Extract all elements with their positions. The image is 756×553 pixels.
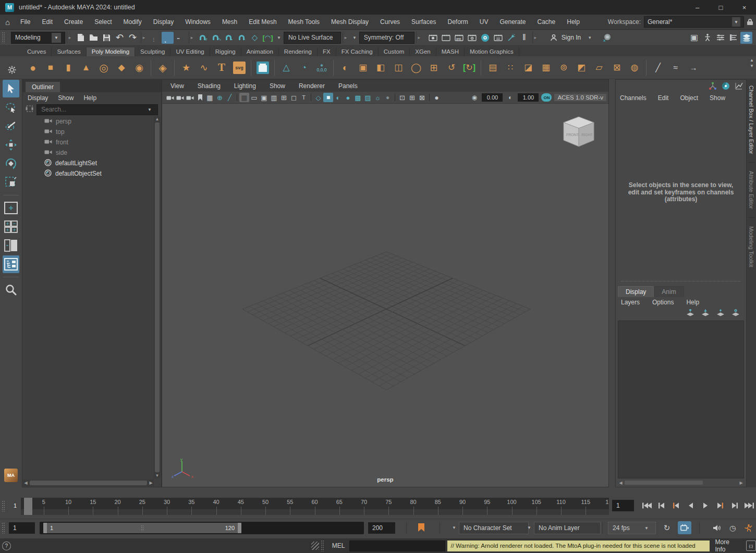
outliner-search-field[interactable]: ▼ <box>36 104 158 115</box>
boolean-union-button[interactable]: ◐ <box>337 59 353 76</box>
scroll-left-icon[interactable]: ◀ <box>23 481 29 485</box>
chevron-down-icon[interactable]: ▼ <box>274 35 284 40</box>
humanik-toggle[interactable] <box>701 32 713 44</box>
bookmark-icon[interactable] <box>195 93 205 102</box>
section-divider[interactable] <box>699 522 705 534</box>
safe-title-icon[interactable]: T <box>299 93 309 102</box>
layout-two-pane[interactable] <box>3 237 19 254</box>
select-object-icon[interactable]: ◔ <box>162 32 174 44</box>
scroll-down-icon[interactable]: ▼ <box>154 473 160 478</box>
spin-edge-forward-button[interactable]: [↻] <box>461 59 477 76</box>
go-to-start-button[interactable] <box>640 498 654 513</box>
outliner-hscrollbar[interactable]: ◀ ▶ <box>23 480 154 486</box>
hypershade-icon[interactable] <box>479 32 491 44</box>
more-info-button[interactable]: More Info <box>715 538 740 553</box>
section-divider[interactable]: ▸ <box>189 32 194 43</box>
render-frame-icon[interactable] <box>440 32 452 44</box>
combine-meshes-button[interactable]: ▣ <box>355 59 371 76</box>
attribute-editor-toggle[interactable] <box>714 32 726 44</box>
time-sync-icon[interactable]: ◷ <box>726 521 739 534</box>
menu-select[interactable]: Select <box>89 18 117 26</box>
subdivide-mesh-button[interactable]: ⊞ <box>426 59 442 76</box>
move-tool[interactable] <box>3 136 19 154</box>
default-material-icon[interactable]: ● <box>343 93 353 102</box>
isolate-remove-icon[interactable]: ⊠ <box>417 93 427 102</box>
circularize-vertices-button[interactable]: ⊚ <box>556 59 571 76</box>
shelf-tab-animation[interactable]: Animation <box>241 47 279 56</box>
render-view-icon[interactable] <box>427 32 439 44</box>
outliner-item-top[interactable]: top <box>22 127 154 137</box>
uv-project-button[interactable]: ⊠ <box>609 59 625 76</box>
multi-component-button[interactable]: ∷ <box>503 59 518 76</box>
sidebar-tab-channel-box-layer-editor[interactable]: Channel Box / Layer Editor <box>748 79 754 160</box>
snap-curve-icon[interactable]: ∿ <box>210 32 222 44</box>
range-center-grip[interactable] <box>141 525 144 531</box>
layer-add-empty-icon[interactable] <box>731 309 741 319</box>
resolution-gate-icon[interactable]: ▣ <box>259 93 269 102</box>
add-divisions-button[interactable]: ▦ <box>538 59 554 76</box>
render-settings-icon[interactable] <box>466 32 478 44</box>
chevron-down-icon[interactable]: ▼ <box>350 35 359 40</box>
menu-mesh-tools[interactable]: Mesh Tools <box>283 18 325 26</box>
menu-mesh[interactable]: Mesh <box>216 18 243 26</box>
exposure-field[interactable]: 0.00 <box>482 93 503 102</box>
layer-menu-options[interactable]: Options <box>652 299 674 306</box>
menu-set-select[interactable]: Modeling ▼ <box>11 32 65 44</box>
film-gate-icon[interactable]: ▭ <box>249 93 259 102</box>
range-start-handle[interactable] <box>43 523 47 533</box>
range-slider-bar[interactable]: 1 120 <box>43 523 241 533</box>
chevron-up-icon[interactable]: ▲ <box>750 58 754 63</box>
field-chart-icon[interactable]: ⊞ <box>279 93 289 102</box>
playhead[interactable] <box>24 498 32 515</box>
ipr-render-icon[interactable]: IPR <box>453 32 465 44</box>
mirror-geometry-button[interactable]: ◫ <box>391 59 406 76</box>
wireframe-icon[interactable]: ◇ <box>313 93 323 102</box>
anim-start-field[interactable]: 1 <box>9 522 35 534</box>
menu-cache[interactable]: Cache <box>532 18 562 26</box>
select-hierarchy-icon[interactable]: ⋮ <box>149 32 161 44</box>
panel-menu-renderer[interactable]: Renderer <box>299 82 325 90</box>
wire-on-shaded-icon[interactable]: ▩ <box>353 93 363 102</box>
poly-helix-button[interactable]: ∿ <box>196 59 212 76</box>
triangulate-faces-button[interactable]: ◩ <box>574 59 589 76</box>
shadows-icon[interactable]: ● <box>383 93 393 102</box>
construction-aim-button[interactable]: △ <box>278 59 294 76</box>
lock-camera-icon[interactable] <box>175 93 185 102</box>
menu-curves[interactable]: Curves <box>374 18 406 26</box>
drag-grip[interactable] <box>2 500 5 512</box>
drag-grip[interactable] <box>2 32 5 43</box>
scrollbar-thumb[interactable] <box>30 481 147 485</box>
snap-point-icon[interactable]: • <box>223 32 235 44</box>
snap-view-plane-icon[interactable]: ◇ <box>249 32 261 44</box>
section-divider[interactable]: ▸ <box>343 32 348 43</box>
redo-icon[interactable]: ↷ <box>127 32 139 44</box>
gate-mask-icon[interactable]: ▥ <box>269 93 279 102</box>
layout-four-pane[interactable] <box>3 218 19 236</box>
chevron-down-icon[interactable]: ▼ <box>750 64 754 68</box>
current-frame-field[interactable]: 1 <box>612 500 634 511</box>
live-surface-field[interactable]: No Live Surface <box>284 32 341 44</box>
time-slider[interactable]: 5101520253035404550556065707580859095100… <box>21 498 609 515</box>
render-setup-icon[interactable] <box>492 32 504 44</box>
shelf-tab-curves[interactable]: Curves <box>22 47 52 56</box>
layer-tab-anim[interactable]: Anim <box>654 286 684 297</box>
go-to-end-button[interactable] <box>742 498 756 513</box>
section-divider[interactable] <box>602 522 608 534</box>
view-transform-select[interactable]: ACES 1.0 SDR-v <box>554 94 606 101</box>
anim-end-field[interactable]: 200 <box>368 522 395 534</box>
outliner-item-side[interactable]: side <box>22 148 154 158</box>
panel-menu-shading[interactable]: Shading <box>198 82 221 90</box>
step-back-key-button[interactable] <box>669 498 683 513</box>
shelf-editor-gear-icon[interactable] <box>8 66 16 76</box>
command-input[interactable] <box>349 540 445 551</box>
poly-torus-button[interactable]: ◎ <box>96 59 112 76</box>
layer-menu-help[interactable]: Help <box>686 299 699 306</box>
symmetry-field[interactable]: Symmetry: Off <box>359 32 414 44</box>
lasso-tool[interactable] <box>3 99 19 116</box>
open-scene-icon[interactable] <box>88 32 100 44</box>
outliner-menu-help[interactable]: Help <box>83 94 102 102</box>
menu-edit[interactable]: Edit <box>36 18 58 26</box>
select-tool[interactable] <box>3 80 19 97</box>
shelf-tab-poly-modeling[interactable]: Poly Modeling <box>87 47 135 56</box>
layer-menu-layers[interactable]: Layers <box>621 299 640 306</box>
